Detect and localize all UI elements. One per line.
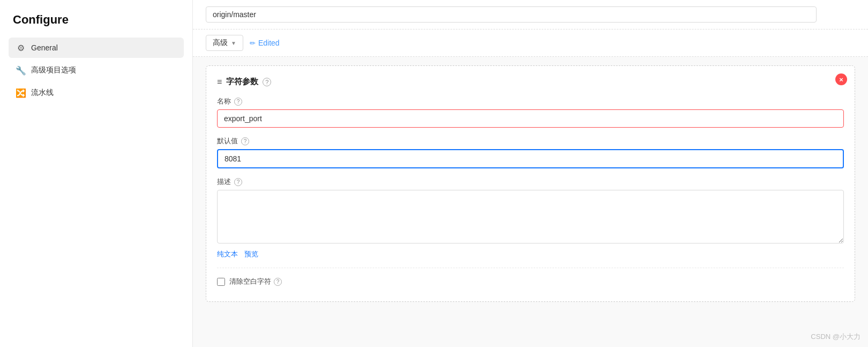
description-label: 描述 ? — [217, 177, 844, 187]
trim-whitespace-checkbox[interactable] — [217, 278, 225, 286]
sidebar-item-label-advanced: 高级项目选项 — [31, 65, 76, 75]
preview-link[interactable]: 预览 — [244, 249, 258, 259]
name-field-group: 名称 ? — [217, 97, 844, 128]
sidebar-title: Configure — [9, 13, 184, 27]
advanced-bar: 高级 ▼ ✏ Edited — [193, 29, 868, 57]
default-value-field-group: 默认值 ? — [217, 136, 844, 168]
wrench-icon: 🔧 — [16, 65, 26, 75]
edited-badge[interactable]: ✏ Edited — [250, 39, 280, 47]
string-param-card: ≡ 字符参数 ? × 名称 ? 默认值 ? 描述 — [206, 65, 855, 302]
description-field-group: 描述 ? 纯文本 预览 — [217, 177, 844, 259]
text-links: 纯文本 预览 — [217, 249, 844, 259]
trim-whitespace-row: 清除空白字符 ? — [217, 268, 844, 291]
trim-whitespace-label: 清除空白字符 ? — [229, 277, 282, 286]
trim-help-icon[interactable]: ? — [274, 278, 282, 286]
sidebar-item-label-general: General — [31, 43, 58, 52]
close-icon: × — [839, 76, 843, 84]
card-title: 字符参数 — [226, 77, 258, 87]
sidebar-item-general[interactable]: ⚙ General — [9, 38, 184, 58]
advanced-button-label: 高级 — [213, 38, 228, 48]
sidebar-item-label-pipeline: 流水线 — [31, 88, 54, 98]
pipeline-icon: 🔀 — [16, 88, 26, 98]
name-help-icon[interactable]: ? — [234, 98, 242, 106]
default-label: 默认值 ? — [217, 136, 844, 146]
chevron-down-icon: ▼ — [231, 40, 236, 46]
sidebar-item-advanced[interactable]: 🔧 高级项目选项 — [9, 60, 184, 80]
close-button[interactable]: × — [835, 73, 847, 85]
name-input[interactable] — [217, 109, 844, 128]
sidebar-item-pipeline[interactable]: 🔀 流水线 — [9, 83, 184, 103]
branch-section — [193, 0, 868, 29]
gear-icon: ⚙ — [16, 43, 26, 53]
name-label: 名称 ? — [217, 97, 844, 106]
card-header: ≡ 字符参数 ? — [217, 77, 844, 87]
default-value-input[interactable] — [217, 149, 844, 168]
description-help-icon[interactable]: ? — [234, 178, 242, 186]
branch-input[interactable] — [206, 6, 817, 23]
sidebar: Configure ⚙ General 🔧 高级项目选项 🔀 流水线 — [0, 0, 193, 347]
main-content: 高级 ▼ ✏ Edited ≡ 字符参数 ? × 名称 ? — [193, 0, 868, 347]
list-icon: ≡ — [217, 77, 222, 87]
card-title-help-icon[interactable]: ? — [263, 78, 271, 86]
edited-label: Edited — [258, 39, 280, 47]
advanced-button[interactable]: 高级 ▼ — [206, 35, 243, 51]
default-help-icon[interactable]: ? — [241, 137, 249, 145]
plain-text-link[interactable]: 纯文本 — [217, 249, 238, 259]
description-textarea[interactable] — [217, 190, 844, 243]
pencil-icon: ✏ — [250, 39, 256, 47]
